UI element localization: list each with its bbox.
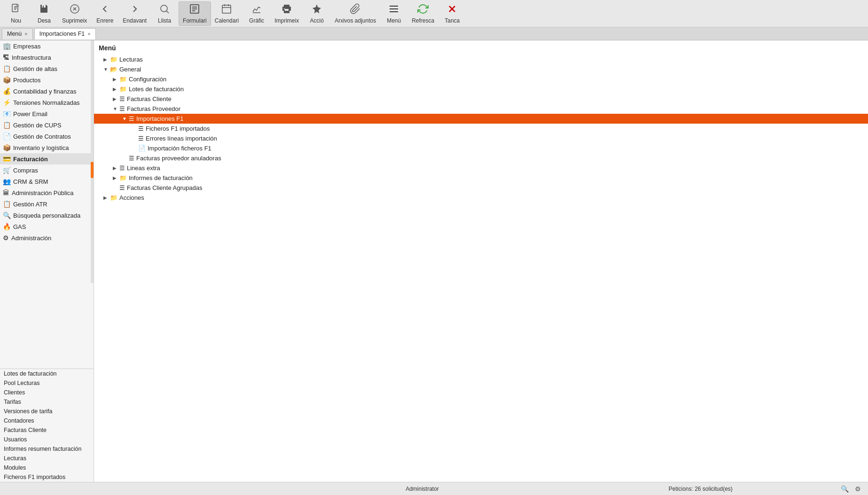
sidebar-item-gestion-atr[interactable]: 📋Gestión ATR xyxy=(0,198,94,210)
tree-item-facturas-cliente[interactable]: ▶☰Facturas Cliente xyxy=(94,94,868,104)
sidebar-bottom-item-tarifas[interactable]: Tarifas xyxy=(0,397,94,407)
tabs-bar: Menú×Importaciones F1× xyxy=(0,27,868,40)
sidebar-item-compras[interactable]: 🛒Compras xyxy=(0,165,94,176)
sidebar-item-gestion-altas[interactable]: 📋Gestión de altas xyxy=(0,63,94,74)
toolbar-btn-endavant[interactable]: Endavant xyxy=(119,1,150,26)
sidebar-item-busqueda[interactable]: 🔍Búsqueda personalizada xyxy=(0,210,94,221)
toolbar-label-tanca: Tanca xyxy=(445,17,460,24)
toolbar-btn-desa[interactable]: Desa xyxy=(30,1,58,26)
tree-item-lotes-facturacion[interactable]: ▶📁Lotes de facturación xyxy=(94,84,868,94)
toolbar-btn-suprimeix[interactable]: Suprimeix xyxy=(58,1,91,26)
toolbar-btn-grafic[interactable]: Gràfic xyxy=(242,1,271,26)
sidebar-label-empresas: Empresas xyxy=(13,43,41,50)
sidebar-scroll-thumb[interactable] xyxy=(91,162,94,178)
sidebar-bottom-item-pool[interactable]: Pool Lecturas xyxy=(0,378,94,388)
toolbar-btn-tanca[interactable]: Tanca xyxy=(438,1,466,26)
tree-expander-informes-facturacion[interactable]: ▶ xyxy=(113,175,119,181)
tab-label-importaciones-tab: Importaciones F1 xyxy=(39,31,85,37)
desa-icon xyxy=(39,3,50,16)
sidebar-label-admin-publica: Administración Pública xyxy=(12,189,74,196)
tree-item-importacion-ficheros[interactable]: 📄Importación ficheros F1 xyxy=(94,143,868,153)
tree-item-ficheros-f1-importados[interactable]: ☰Ficheros F1 importados xyxy=(94,124,868,134)
tree-item-lineas-extra[interactable]: ▶☰Lineas extra xyxy=(94,163,868,173)
sidebar-label-gestion-atr: Gestión ATR xyxy=(13,201,47,208)
sidebar-bottom-item-lecturas[interactable]: Lecturas xyxy=(0,454,94,463)
tree-expander-importaciones-f1[interactable]: ▼ xyxy=(122,116,129,121)
tree-item-importaciones-f1[interactable]: ▼☰Importaciones F1 xyxy=(94,114,868,124)
tab-close-importaciones-tab[interactable]: × xyxy=(87,31,90,37)
tree-expander-facturas-proveedor[interactable]: ▼ xyxy=(113,106,119,111)
tree-label-importacion-ficheros: Importación ficheros F1 xyxy=(148,145,211,152)
tree-item-acciones[interactable]: ▶📁Acciones xyxy=(94,193,868,203)
tree-item-facturas-cliente-agrupadas[interactable]: ☰Facturas Cliente Agrupadas xyxy=(94,183,868,193)
settings-status-icon[interactable]: ⚙ xyxy=(853,484,863,494)
toolbar-btn-imprimeix[interactable]: Imprimeix xyxy=(271,1,303,26)
search-status-icon[interactable]: 🔍 xyxy=(840,484,850,494)
tab-label-menu-tab: Menú xyxy=(7,31,22,37)
sidebar-item-empresas[interactable]: 🏢Empresas xyxy=(0,40,94,52)
tree-expander-lineas-extra[interactable]: ▶ xyxy=(113,165,119,171)
sidebar-icon-gestion-cups: 📋 xyxy=(3,121,11,129)
tree-expander-facturas-cliente[interactable]: ▶ xyxy=(113,96,119,102)
tab-importaciones-tab[interactable]: Importaciones F1× xyxy=(34,28,96,39)
sidebar-bottom-item-informes-resumen[interactable]: Informes resumen facturación xyxy=(0,444,94,454)
sidebar-item-power-email[interactable]: 📧Power Email xyxy=(0,108,94,119)
sidebar-label-gestion-cups: Gestión de CUPS xyxy=(13,122,62,129)
tree-icon-facturas-cliente-agrupadas: ☰ xyxy=(119,184,125,191)
tree-icon-lineas-extra: ☰ xyxy=(119,165,125,172)
sidebar-bottom-item-versiones-tarifa[interactable]: Versiones de tarifa xyxy=(0,407,94,416)
tree-item-facturas-proveedor-anuladoras[interactable]: ☰Facturas proveedor anuladoras xyxy=(94,153,868,163)
sidebar-bottom-item-modules[interactable]: Modules xyxy=(0,463,94,472)
tree-icon-facturas-cliente: ☰ xyxy=(119,95,125,102)
tab-menu-tab[interactable]: Menú× xyxy=(2,28,33,39)
tree-expander-acciones[interactable]: ▶ xyxy=(103,195,110,200)
tree-item-errores-lineas[interactable]: ☰Errores líneas importación xyxy=(94,134,868,143)
toolbar-btn-refresca[interactable]: Refresca xyxy=(408,1,438,26)
sidebar-item-administracion[interactable]: ⚙Administración xyxy=(0,232,94,244)
sidebar-bottom-item-facturas-cliente[interactable]: Facturas Cliente xyxy=(0,425,94,435)
tree-item-lecturas[interactable]: ▶📁Lecturas xyxy=(94,55,868,64)
sidebar-scroll-container: 🏢Empresas🏗Infraestructura📋Gestión de alt… xyxy=(0,40,94,369)
toolbar-btn-nou[interactable]: Nou xyxy=(2,1,30,26)
menu-icon xyxy=(388,3,399,16)
toolbar-btn-arxius[interactable]: Arxivos adjuntos xyxy=(331,1,380,26)
sidebar-bottom-item-ficheros-f1[interactable]: Ficheros F1 importados xyxy=(0,472,94,482)
tab-close-menu-tab[interactable]: × xyxy=(24,31,27,37)
toolbar-btn-menu[interactable]: Menú xyxy=(380,1,408,26)
sidebar-bottom-item-contadores[interactable]: Contadores xyxy=(0,416,94,425)
toolbar-btn-enrere[interactable]: Enrere xyxy=(91,1,119,26)
sidebar-item-productos[interactable]: 📦Productos xyxy=(0,74,94,86)
tree-item-configuracion[interactable]: ▶📁Configuración xyxy=(94,74,868,84)
sidebar-item-admin-publica[interactable]: 🏛Administración Pública xyxy=(0,187,94,198)
sidebar-item-tensiones[interactable]: ⚡Tensiones Normalizadas xyxy=(0,97,94,108)
sidebar-icon-admin-publica: 🏛 xyxy=(3,189,9,196)
tree-item-facturas-proveedor[interactable]: ▼☰Facturas Proveedor xyxy=(94,104,868,114)
toolbar-btn-llista[interactable]: Llista xyxy=(150,1,179,26)
tree-item-general[interactable]: ▼📂General xyxy=(94,64,868,74)
sidebar-scroll-track[interactable] xyxy=(91,40,94,283)
sidebar-item-contabilidad[interactable]: 💰Contabilidad y finanzas xyxy=(0,86,94,97)
sidebar-bottom-item-lotes[interactable]: Lotes de facturación xyxy=(0,369,94,378)
toolbar-btn-formulari[interactable]: Formulari xyxy=(179,1,211,26)
sidebar-item-infraestructura[interactable]: 🏗Infraestructura xyxy=(0,52,94,63)
toolbar-label-refresca: Refresca xyxy=(412,17,434,24)
toolbar-btn-calendari[interactable]: Calendari xyxy=(211,1,242,26)
sidebar-bottom-item-clientes[interactable]: Clientes xyxy=(0,388,94,397)
tree-expander-general[interactable]: ▼ xyxy=(103,67,110,72)
sidebar-item-gas[interactable]: 🔥GAS xyxy=(0,221,94,232)
sidebar-item-gestion-cups[interactable]: 📋Gestión de CUPS xyxy=(0,119,94,131)
tree-expander-lecturas[interactable]: ▶ xyxy=(103,57,110,62)
tree-expander-configuracion[interactable]: ▶ xyxy=(113,77,119,82)
sidebar-item-inventario[interactable]: 📦Inventario y logística xyxy=(0,142,94,153)
sidebar-bottom-item-usuarios[interactable]: Usuarios xyxy=(0,435,94,444)
toolbar-label-suprimeix: Suprimeix xyxy=(62,17,87,24)
tree-label-ficheros-f1-importados: Ficheros F1 importados xyxy=(146,125,210,132)
sidebar-item-crm[interactable]: 👥CRM & SRM xyxy=(0,176,94,187)
grafic-icon xyxy=(251,3,262,16)
toolbar-btn-accio[interactable]: Acció xyxy=(303,1,331,26)
sidebar-label-gestion-altas: Gestión de altas xyxy=(13,65,57,72)
sidebar-item-gestion-contratos[interactable]: 📄Gestión de Contratos xyxy=(0,131,94,142)
tree-expander-lotes-facturacion[interactable]: ▶ xyxy=(113,86,119,92)
tree-item-informes-facturacion[interactable]: ▶📁Informes de facturación xyxy=(94,173,868,183)
sidebar-item-facturacion[interactable]: 💳Facturación xyxy=(0,153,94,165)
